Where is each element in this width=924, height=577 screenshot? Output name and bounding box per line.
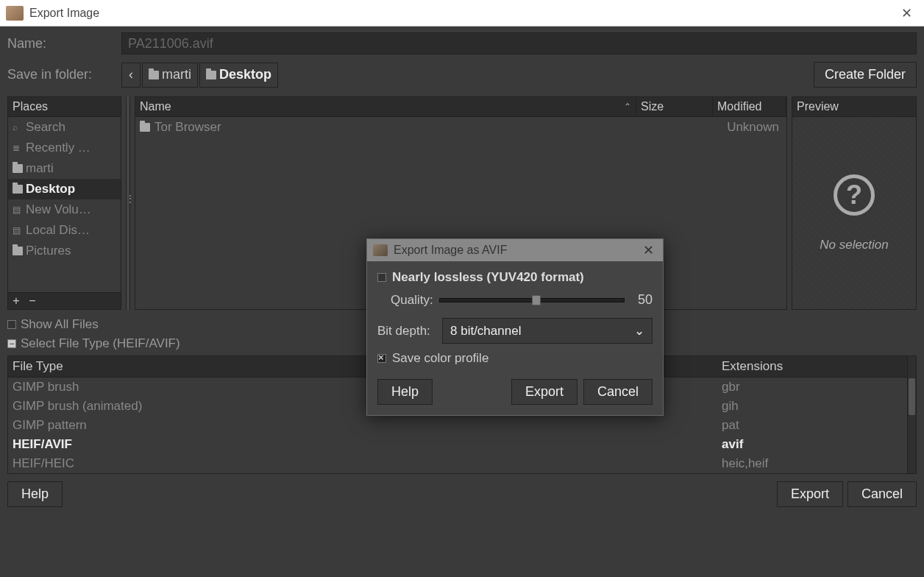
place-marti[interactable]: marti bbox=[8, 158, 121, 179]
bottom-button-bar: Help Export Cancel bbox=[7, 474, 917, 507]
checkbox-icon bbox=[7, 320, 16, 329]
save-color-profile-checkbox[interactable]: Save color profile bbox=[377, 351, 653, 366]
place-label: Pictures bbox=[26, 244, 71, 258]
breadcrumb-label: marti bbox=[162, 67, 191, 82]
filetype-row[interactable]: HEIF/AVIFavif bbox=[8, 435, 916, 454]
modal-footer: Help Export Cancel bbox=[377, 379, 653, 405]
sort-asc-icon: ⌃ bbox=[624, 102, 631, 112]
file-modified: Unknown bbox=[708, 120, 782, 135]
column-size[interactable]: Size bbox=[636, 97, 713, 116]
place-label: Recently … bbox=[26, 141, 90, 155]
preview-body: ? No selection bbox=[792, 117, 916, 309]
breadcrumb-label: Desktop bbox=[219, 67, 271, 82]
app-icon bbox=[6, 6, 24, 21]
close-icon[interactable]: ✕ bbox=[895, 2, 918, 24]
name-row: Name: bbox=[7, 32, 917, 54]
place-label: Search bbox=[26, 120, 65, 135]
places-list: ⌕Search ≣Recently … marti Desktop ▤New V… bbox=[8, 117, 121, 292]
places-footer: + − bbox=[8, 292, 121, 309]
place-label: Desktop bbox=[26, 182, 75, 197]
slider-thumb[interactable] bbox=[532, 295, 541, 305]
save-profile-label: Save color profile bbox=[392, 351, 488, 366]
place-label: New Volu… bbox=[26, 202, 91, 217]
breadcrumb: ‹ marti Desktop bbox=[121, 63, 278, 88]
folder-icon bbox=[13, 164, 23, 173]
place-recent[interactable]: ≣Recently … bbox=[8, 138, 121, 158]
question-icon: ? bbox=[834, 174, 875, 216]
folder-icon bbox=[13, 185, 23, 194]
file-name: Tor Browser bbox=[154, 120, 221, 135]
quality-label: Quality: bbox=[391, 293, 433, 308]
modal-cancel-button[interactable]: Cancel bbox=[583, 379, 653, 405]
places-header: Places bbox=[8, 97, 121, 117]
no-selection-text: No selection bbox=[820, 238, 889, 252]
window-title: Export Image bbox=[29, 7, 895, 20]
collapse-icon: − bbox=[7, 339, 16, 348]
bitdepth-label: Bit depth: bbox=[377, 324, 436, 339]
place-desktop[interactable]: Desktop bbox=[8, 179, 121, 199]
chevron-down-icon: ⌄ bbox=[634, 323, 644, 339]
window-titlebar: Export Image ✕ bbox=[0, 0, 924, 26]
filetype-column-ext[interactable]: Extensions bbox=[717, 356, 916, 377]
folder-label: Save in folder: bbox=[7, 67, 121, 82]
drive-icon: ▤ bbox=[13, 205, 23, 215]
modal-help-button[interactable]: Help bbox=[377, 379, 433, 405]
quality-slider-row: Quality: 50 bbox=[391, 292, 653, 308]
select-type-label: Select File Type (HEIF/AVIF) bbox=[21, 336, 180, 351]
quality-value: 50 bbox=[630, 292, 653, 308]
quality-slider[interactable] bbox=[439, 298, 625, 302]
modal-title: Export Image as AVIF bbox=[394, 244, 640, 257]
scrollbar-thumb[interactable] bbox=[909, 378, 915, 415]
place-localdisk[interactable]: ▤Local Dis… bbox=[8, 220, 121, 241]
app-icon bbox=[373, 244, 388, 256]
filetype-row[interactable]: HEIF/HEICheic,heif bbox=[8, 454, 916, 473]
place-label: Local Dis… bbox=[26, 223, 90, 238]
export-avif-dialog: Export Image as AVIF ✕ Nearly lossless (… bbox=[366, 238, 664, 416]
folder-row: Save in folder: ‹ marti Desktop Create F… bbox=[7, 62, 917, 88]
place-newvolume[interactable]: ▤New Volu… bbox=[8, 199, 121, 220]
help-button[interactable]: Help bbox=[7, 481, 63, 507]
file-size bbox=[632, 120, 708, 135]
folder-icon bbox=[206, 71, 216, 79]
column-name[interactable]: Name⌃ bbox=[135, 97, 636, 116]
add-place-button[interactable]: + bbox=[8, 293, 24, 309]
breadcrumb-back-button[interactable]: ‹ bbox=[121, 63, 141, 88]
breadcrumb-desktop[interactable]: Desktop bbox=[199, 63, 278, 88]
bitdepth-row: Bit depth: 8 bit/channel ⌄ bbox=[377, 318, 653, 344]
drive-icon: ▤ bbox=[13, 225, 23, 236]
remove-place-button[interactable]: − bbox=[24, 293, 40, 309]
places-panel: Places ⌕Search ≣Recently … marti Desktop… bbox=[7, 96, 121, 310]
files-columns-header: Name⌃ Size Modified bbox=[135, 97, 786, 117]
place-search[interactable]: ⌕Search bbox=[8, 117, 121, 138]
place-label: marti bbox=[26, 161, 54, 176]
modal-titlebar: Export Image as AVIF ✕ bbox=[367, 239, 663, 261]
lossless-checkbox[interactable]: Nearly lossless (YUV420 format) bbox=[377, 270, 653, 285]
folder-icon bbox=[149, 71, 159, 79]
breadcrumb-marti[interactable]: marti bbox=[142, 63, 198, 88]
checkbox-checked-icon bbox=[377, 354, 386, 363]
pane-resize-handle[interactable] bbox=[126, 96, 130, 310]
export-button[interactable]: Export bbox=[777, 481, 843, 507]
filetype-scrollbar[interactable] bbox=[907, 356, 916, 473]
preview-panel: Preview ? No selection bbox=[792, 96, 917, 310]
filetype-row[interactable]: GIMP patternpat bbox=[8, 416, 916, 435]
place-pictures[interactable]: Pictures bbox=[8, 241, 121, 261]
file-row[interactable]: Tor Browser Unknown bbox=[135, 117, 786, 138]
close-icon[interactable]: ✕ bbox=[640, 242, 657, 258]
name-label: Name: bbox=[7, 36, 121, 52]
bitdepth-select[interactable]: 8 bit/channel ⌄ bbox=[442, 318, 653, 344]
show-all-label: Show All Files bbox=[21, 317, 99, 332]
modal-export-button[interactable]: Export bbox=[511, 379, 578, 405]
bitdepth-value: 8 bit/channel bbox=[450, 324, 521, 339]
folder-icon bbox=[13, 247, 23, 255]
search-icon: ⌕ bbox=[13, 122, 23, 132]
create-folder-button[interactable]: Create Folder bbox=[814, 62, 917, 88]
preview-header: Preview bbox=[792, 97, 916, 117]
cancel-button[interactable]: Cancel bbox=[847, 481, 917, 507]
clock-icon: ≣ bbox=[13, 143, 23, 153]
filename-input[interactable] bbox=[121, 32, 917, 54]
folder-icon bbox=[140, 123, 150, 132]
checkbox-icon bbox=[377, 273, 386, 282]
lossless-label: Nearly lossless (YUV420 format) bbox=[392, 270, 584, 285]
column-modified[interactable]: Modified bbox=[713, 97, 786, 116]
